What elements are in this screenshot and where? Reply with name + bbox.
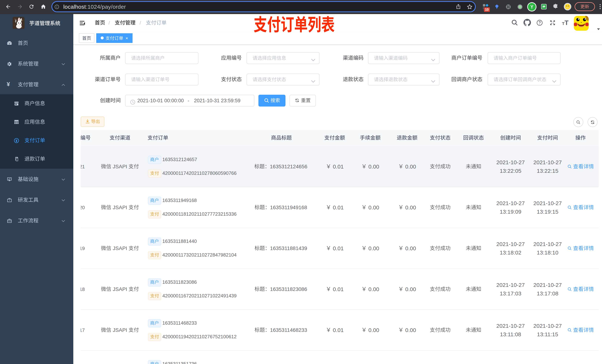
svg-text:T: T <box>565 19 569 26</box>
svg-text:T: T <box>562 21 565 26</box>
